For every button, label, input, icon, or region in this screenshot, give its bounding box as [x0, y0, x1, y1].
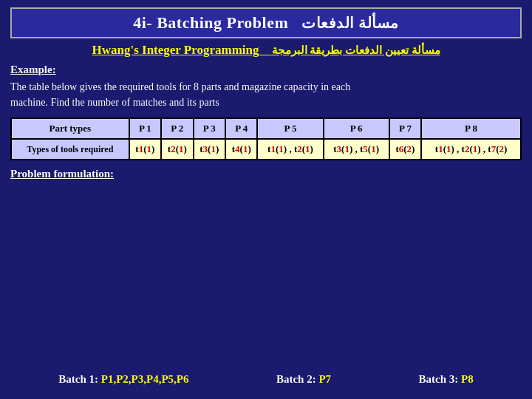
row-label: Types of tools required [11, 139, 129, 160]
col-header-p2: P 2 [161, 118, 193, 139]
batch2-value: P7 [318, 373, 331, 385]
col-header-parttype: Part types [11, 118, 129, 139]
cell-p7: t6(2) [389, 139, 421, 160]
slide: 4i- Batching Problem مسألة الدفعات Hwang… [0, 0, 532, 399]
batch2-item: Batch 2: P7 [276, 373, 331, 386]
cell-p2: t2(1) [161, 139, 193, 160]
col-header-p3: P 3 [194, 118, 225, 139]
example-label: Example: [10, 64, 522, 76]
cell-p6: t3(1) , t5(1) [324, 139, 389, 160]
col-header-p5: P 5 [257, 118, 323, 139]
subtitle-english: Hwang's Integer Programming [92, 43, 259, 57]
cell-p5: t1(1) , t2(1) [257, 139, 323, 160]
col-header-p6: P 6 [324, 118, 389, 139]
problem-formulation: Problem formulation: [10, 168, 522, 180]
cell-p8: t1(1) , t2(1) , t7(2) [421, 139, 521, 160]
table-row: Types of tools required t1(1) t2(1) t3(1… [11, 139, 521, 160]
col-header-p4: P 4 [225, 118, 257, 139]
batch-section: Batch 1: P1,P2,P3,P4,P5,P6 Batch 2: P7 B… [0, 373, 532, 386]
batch1-label: Batch 1: [58, 373, 101, 385]
batch2-label: Batch 2: [276, 373, 319, 385]
subtitle-arabic: مسألة تعيين الدفعات بطريقة البرمجة [272, 44, 440, 56]
batch1-item: Batch 1: P1,P2,P3,P4,P5,P6 [58, 373, 188, 386]
subtitle: Hwang's Integer Programming مسألة تعيين … [10, 43, 522, 58]
batch3-value: P8 [461, 373, 474, 385]
col-header-p8: P 8 [421, 118, 521, 139]
cell-p3: t3(1) [194, 139, 225, 160]
description: The table below gives the required tools… [10, 79, 522, 110]
batch3-label: Batch 3: [419, 373, 462, 385]
title-bar: 4i- Batching Problem مسألة الدفعات [10, 7, 522, 38]
col-header-p7: P 7 [389, 118, 421, 139]
parts-table: Part types P 1 P 2 P 3 P 4 P 5 P 6 P 7 P… [10, 117, 522, 160]
title-english: 4i- Batching Problem [133, 13, 288, 32]
batch1-value: P1,P2,P3,P4,P5,P6 [101, 373, 189, 385]
table-header-row: Part types P 1 P 2 P 3 P 4 P 5 P 6 P 7 P… [11, 118, 521, 139]
batch3-item: Batch 3: P8 [419, 373, 474, 386]
col-header-p1: P 1 [129, 118, 161, 139]
main-title: 4i- Batching Problem مسألة الدفعات [19, 13, 513, 33]
cell-p4: t4(1) [225, 139, 257, 160]
cell-p1: t1(1) [129, 139, 161, 160]
title-arabic: مسألة الدفعات [301, 15, 399, 31]
